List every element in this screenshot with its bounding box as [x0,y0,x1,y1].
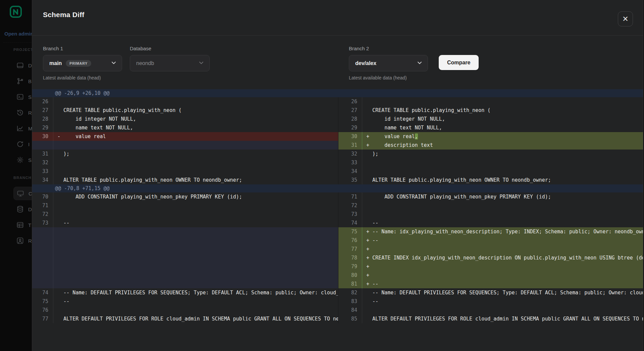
line-number: 81 [338,280,362,288]
diff-left-pane: 74 -- Name: DEFAULT PRIVILEGES FOR SEQUE… [32,288,338,297]
diff-left-pane: 30- value real [32,132,338,141]
line-number [32,262,53,271]
diff-right-pane: 81+ -- [338,280,643,288]
code-line [53,141,338,150]
code-line: ); [53,150,338,158]
line-number: 84 [338,306,362,314]
code-line: + [362,245,643,253]
diff-left-pane: 70 ADD CONSTRAINT playing_with_neon_pkey… [32,192,338,201]
diff-left-cell: 71 [32,201,338,210]
diff-row: 28 id integer NOT NULL,28 id integer NOT… [32,115,643,123]
line-number [32,253,53,262]
branch1-label: Branch 1 [43,46,122,51]
diff-right-cell: 82 -- Name: DEFAULT PRIVILEGES FOR SEQUE… [338,288,643,297]
branch1-select[interactable]: main PRIMARY [43,55,122,71]
schema-diff-modal: Schema Diff ✕ Branch 1 main PRIMARY Late… [32,0,643,351]
code-line [362,210,643,219]
branch2-label: Branch 2 [349,46,428,51]
diff-left-cell [32,141,338,150]
diff-row: 73 --74 -- [32,219,643,227]
diff-left-cell: 32 [32,158,338,167]
diff-left-cell: 74 -- Name: DEFAULT PRIVILEGES FOR SEQUE… [32,288,338,297]
diff-right-pane: 33 [338,158,643,167]
diff-left-pane: 27 CREATE TABLE public.playing_with_neon… [32,106,338,115]
diff-left-cell [32,227,338,236]
code-line [362,201,643,210]
diff-row: 29 name text NOT NULL,29 name text NOT N… [32,123,643,132]
code-line [53,97,338,106]
diff-left-pane: 77 ALTER DEFAULT PRIVILEGES FOR ROLE clo… [32,314,338,323]
diff-right-cell: 85 ALTER DEFAULT PRIVILEGES FOR ROLE clo… [338,314,643,323]
branch2-field: Branch 2 dev/alex Latest available data … [349,46,428,80]
line-number: 34 [338,167,362,176]
code-line: ALTER TABLE public.playing_with_neon OWN… [53,176,338,184]
line-number: 31 [338,141,362,150]
diff-right-pane: 32 ); [338,150,643,158]
diff-right-pane: 82 -- Name: DEFAULT PRIVILEGES FOR SEQUE… [338,288,643,297]
code-line: + -- Name: idx_playing_with_neon_descrip… [362,227,643,236]
code-line: + description text [362,141,643,150]
diff-row: 81+ -- [32,280,643,288]
diff-row: 77+ [32,245,643,253]
diff-row: 75 --83 -- [32,297,643,306]
code-line [53,262,338,271]
line-number: 85 [338,314,362,323]
code-line: -- Name: DEFAULT PRIVILEGES FOR SEQUENCE… [362,288,643,297]
line-number: 71 [32,201,53,210]
diff-right-pane: 31+ description text [338,141,643,150]
diff-right-pane: 85 ALTER DEFAULT PRIVILEGES FOR ROLE clo… [338,314,643,323]
diff-left-cell: 26 [32,97,338,106]
diff-right-pane: 72 [338,201,643,210]
diff-left-cell [32,271,338,280]
chevron-down-icon [412,60,422,67]
diff-row: 34 ALTER TABLE public.playing_with_neon … [32,176,643,184]
line-number: 74 [32,288,53,297]
line-number: 32 [338,150,362,158]
code-line: -- [53,219,338,227]
code-line [53,245,338,253]
code-line [362,167,643,176]
diff-right-pane: 71 ADD CONSTRAINT playing_with_neon_pkey… [338,192,643,201]
diff-right-pane: 76+ -- [338,236,643,245]
branch2-select[interactable]: dev/alex [349,55,428,71]
diff-left-pane: 31 ); [32,150,338,158]
diff-row: 7684 [32,306,643,314]
line-number: 83 [338,297,362,306]
diff-row: 79+ [32,262,643,271]
diff-right-cell: 26 [338,97,643,106]
diff-table[interactable]: @@ -26,9 +26,10 @@262627 CREATE TABLE pu… [32,89,643,323]
line-number: 34 [32,176,53,184]
code-line: -- [53,297,338,306]
code-line [53,158,338,167]
hunk-header-row: @@ -26,9 +26,10 @@ [32,89,643,97]
line-number: 30 [338,132,362,141]
code-line: + -- [362,236,643,245]
diff-row: 80+ [32,271,643,280]
code-line [362,306,643,314]
diff-right-pane: 83 -- [338,297,643,306]
code-line: name text NOT NULL, [362,123,643,132]
diff-right-cell: 76+ -- [338,236,643,245]
code-line: ALTER TABLE public.playing_with_neon OWN… [362,176,643,184]
code-line [53,306,338,314]
diff-left-cell: 31 ); [32,150,338,158]
compare-button[interactable]: Compare [439,55,479,70]
line-number: 74 [338,219,362,227]
diff-row: 31 );32 ); [32,150,643,158]
code-line [53,236,338,245]
diff-row: 3233 [32,158,643,167]
diff-left-pane [32,253,338,262]
code-line [53,253,338,262]
diff-left-cell: 77 ALTER DEFAULT PRIVILEGES FOR ROLE clo… [32,314,338,323]
diff-left-pane [32,271,338,280]
code-line: + -- [362,280,643,288]
database-select[interactable]: neondb [130,55,210,71]
diff-left-cell [32,280,338,288]
line-number: 30 [32,132,53,141]
code-line: id integer NOT NULL, [362,115,643,123]
line-number: 29 [338,123,362,132]
close-icon[interactable]: ✕ [618,11,633,26]
diff-right-cell: 31+ description text [338,141,643,150]
diff-right-cell: 81+ -- [338,280,643,288]
line-number: 35 [338,176,362,184]
